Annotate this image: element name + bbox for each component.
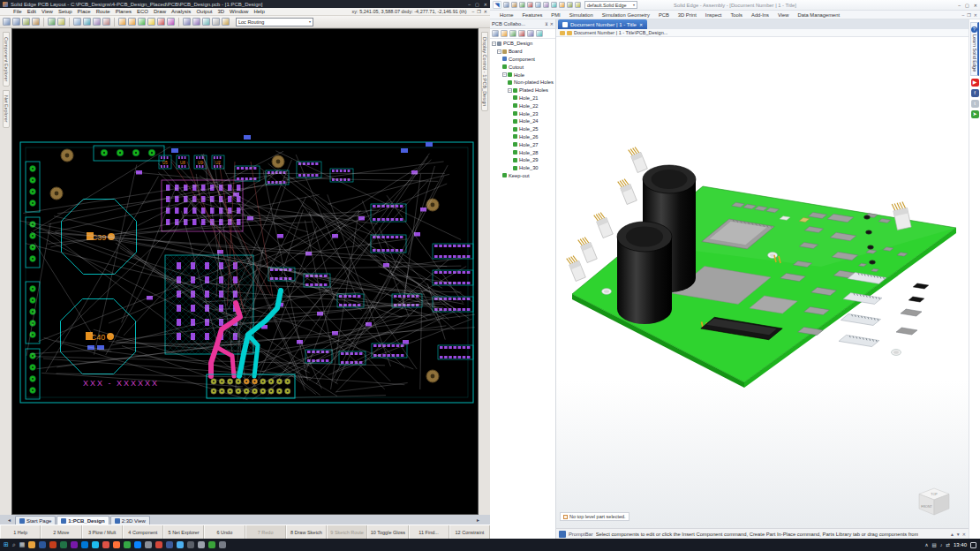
community-icon[interactable]: ➤	[971, 110, 979, 118]
toolbar-icon-21[interactable]	[192, 18, 200, 26]
tree-item-component[interactable]: Component	[490, 56, 555, 64]
tree-item-hole-22[interactable]: Hole_22	[490, 102, 555, 109]
taskbar-app-icon-11[interactable]	[145, 541, 152, 548]
tree-item-hole-25[interactable]: Hole_25	[490, 125, 555, 133]
tree-item-hole-28[interactable]: Hole_28	[490, 148, 555, 156]
tree-expander-icon[interactable]: −	[508, 88, 512, 93]
menu-route[interactable]: Route	[94, 9, 113, 14]
menu-help[interactable]: Help	[251, 9, 267, 14]
qat-icon-8[interactable]	[567, 2, 573, 8]
tree-item-hole-23[interactable]: Hole_23	[490, 109, 555, 117]
assembly-3d-viewport[interactable]: TOPFRONT No top level part selected.	[556, 37, 969, 528]
fkey-5-net-explorer[interactable]: 5 Net Explorer	[163, 525, 204, 539]
volume-icon[interactable]: ♪	[940, 542, 943, 547]
mdi-restore-button[interactable]: ❐	[477, 9, 480, 14]
qat-icon-3[interactable]	[527, 2, 533, 8]
component-explorer-tab[interactable]: Component Explorer	[3, 32, 10, 87]
panel-tool-icon-1[interactable]	[501, 30, 508, 37]
network-icon[interactable]: ▤	[931, 542, 936, 547]
close-button[interactable]: ✕	[974, 3, 977, 8]
qat-icon-5[interactable]	[543, 2, 549, 8]
pin-icon[interactable]: ⊻	[545, 21, 548, 26]
doc-minimize-button[interactable]: –	[962, 12, 965, 18]
ribbon-tab-tools[interactable]: Tools	[726, 12, 747, 18]
qat-icon-0[interactable]	[503, 2, 509, 8]
taskbar-app-icon-3[interactable]	[60, 541, 67, 548]
pcb-layout-titlebar[interactable]: Solid Edge PCB Layout - C:\PCB_Designs\4…	[0, 0, 490, 8]
panel-tool-icon-4[interactable]	[527, 30, 534, 37]
taskbar-app-icon-5[interactable]	[81, 541, 88, 548]
menu-eco[interactable]: ECO	[134, 9, 151, 14]
fkey-10-toggle-gloss[interactable]: 10 Toggle Gloss	[367, 525, 408, 539]
menu-place[interactable]: Place	[75, 9, 94, 14]
theme-dropdown[interactable]: default.Solid Edge ▾	[584, 1, 637, 9]
taskbar-app-icon-14[interactable]	[177, 541, 184, 548]
fkey-1-help[interactable]: 1 Help	[0, 525, 41, 539]
qat-icon-7[interactable]	[559, 2, 565, 8]
tree-item-hole-29[interactable]: Hole_29	[490, 156, 555, 164]
fkey-3-plow-mult[interactable]: 3 Plow / Mult	[82, 525, 123, 539]
tree-item-pcb-design[interactable]: −PCB_Design	[490, 40, 555, 48]
doc-tab-2-3d-view[interactable]: 2:3D View	[110, 516, 150, 525]
mdi-minimize-button[interactable]: –	[472, 9, 475, 14]
toolbar-icon-14[interactable]	[128, 18, 136, 26]
learn-solid-edge-tab[interactable]: ? Learn Solid Edge	[970, 22, 979, 76]
panel-close-icon[interactable]: ✕	[550, 21, 554, 26]
tree-item-cutout[interactable]: Cutout	[490, 63, 555, 71]
toolbar-icon-3[interactable]	[32, 18, 40, 26]
ribbon-tab-3d-print[interactable]: 3D Print	[674, 12, 701, 18]
taskbar-app-icon-1[interactable]	[39, 541, 46, 548]
toolbar-icon-16[interactable]	[147, 18, 155, 26]
doc-close-button[interactable]: ✕	[974, 12, 977, 18]
taskbar-app-icon-2[interactable]	[49, 541, 57, 548]
minimize-button[interactable]: –	[468, 2, 471, 7]
ribbon-tab-view[interactable]: View	[773, 12, 793, 18]
tree-expander-icon[interactable]: −	[492, 42, 496, 46]
twitter-icon[interactable]: t	[971, 100, 979, 108]
tree-item-hole-21[interactable]: Hole_21	[490, 94, 555, 102]
taskbar-app-icon-16[interactable]	[198, 541, 205, 548]
display-control-tab[interactable]: Display Control - 1:PCB_Design	[481, 32, 488, 111]
taskbar-app-icon-8[interactable]	[113, 541, 120, 548]
tray-chevron-icon[interactable]: ∧	[924, 542, 928, 547]
pcb-design-drawing[interactable]: C39C40U5U8U9U2XXX - XXXXXX	[12, 29, 479, 515]
toolbar-icon-5[interactable]	[48, 18, 56, 26]
solid-edge-titlebar[interactable]: ◥ default.Solid Edge ▾ Solid Edge - Asse…	[490, 0, 980, 11]
fkey-2-move[interactable]: 2 Move	[41, 525, 81, 539]
maximize-button[interactable]: ▢	[475, 2, 479, 7]
panel-tool-icon-3[interactable]	[518, 30, 525, 37]
view-cube[interactable]: TOPFRONT	[919, 488, 949, 515]
fkey-6-undo[interactable]: 6 Undo	[204, 525, 245, 539]
toolbar-icon-10[interactable]	[93, 18, 101, 26]
minimize-button[interactable]: –	[958, 3, 961, 8]
toolbar-icon-1[interactable]	[12, 18, 20, 26]
close-button[interactable]: ✕	[484, 2, 487, 7]
prompt-prev-icon[interactable]: ▲	[950, 532, 954, 537]
qat-icon-1[interactable]	[511, 2, 517, 8]
menu-view[interactable]: View	[39, 9, 56, 14]
fkey-4-component[interactable]: 4 Component	[123, 525, 163, 539]
taskbar-app-icon-9[interactable]	[124, 541, 131, 548]
tree-expander-icon[interactable]: −	[502, 72, 507, 77]
tree-item-board[interactable]: −Board	[490, 48, 555, 56]
menu-3d[interactable]: 3D	[215, 9, 227, 14]
toolbar-icon-0[interactable]	[3, 18, 11, 26]
tree-item-hole-27[interactable]: Hole_27	[490, 140, 555, 148]
panel-tool-icon-5[interactable]	[536, 30, 543, 37]
menu-setup[interactable]: Setup	[56, 9, 75, 14]
ribbon-tab-features[interactable]: Features	[517, 12, 547, 18]
toolbar-icon-23[interactable]	[212, 18, 220, 26]
tree-item-hole-24[interactable]: Hole_24	[490, 117, 555, 125]
search-icon[interactable]: ⌕	[12, 540, 16, 550]
panel-tool-icon-2[interactable]	[509, 30, 516, 37]
tree-item-hole-26[interactable]: Hole_26	[490, 133, 555, 141]
taskbar-app-icon-4[interactable]	[71, 541, 78, 548]
menu-output[interactable]: Output	[193, 9, 215, 14]
tab-scroll-right-icon[interactable]: ►	[476, 517, 480, 523]
taskbar-app-icon-13[interactable]	[166, 541, 173, 548]
ribbon-tab-simulation[interactable]: Simulation	[565, 12, 598, 18]
ribbon-tab-pcb[interactable]: PCB	[654, 12, 674, 18]
panel-tool-icon-0[interactable]	[492, 30, 499, 37]
pcb-3d-model[interactable]: TOPFRONT	[556, 37, 969, 528]
tree-item-hole-30[interactable]: Hole_30	[490, 164, 555, 172]
